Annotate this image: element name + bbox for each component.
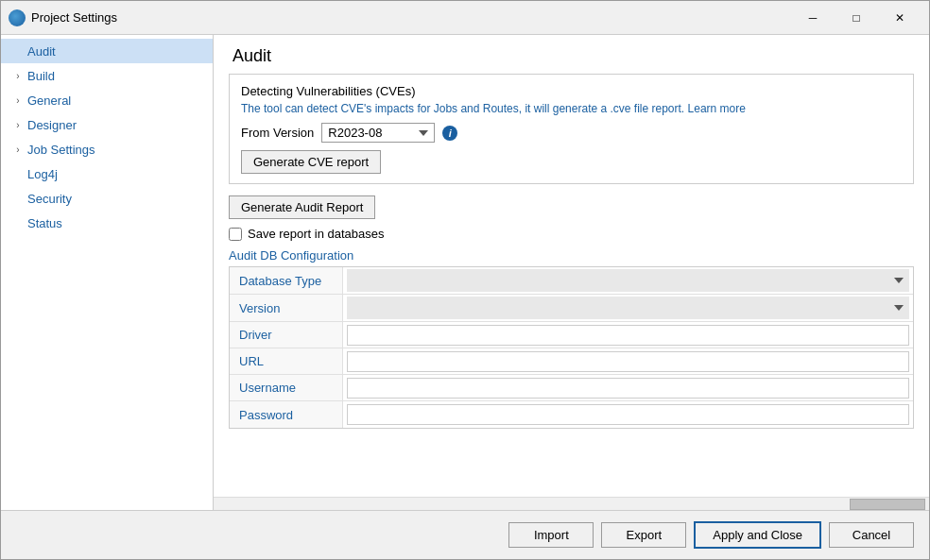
hscroll-thumb[interactable]	[850, 499, 925, 510]
title-bar: Project Settings ─ □ ✕	[1, 1, 929, 35]
save-report-row: Save report in databases	[229, 227, 914, 241]
db-row-version: Version	[230, 295, 913, 322]
learn-more-link[interactable]: Learn more	[688, 102, 746, 115]
sidebar-item-status[interactable]: Status	[1, 211, 213, 235]
chevron-right-icon: ›	[12, 70, 24, 81]
maximize-button[interactable]: □	[835, 4, 878, 32]
sidebar-label-job-settings: Job Settings	[27, 143, 95, 157]
db-value-username	[343, 375, 913, 400]
panel-content: Detecting Vulnerabilities (CVEs) The too…	[214, 74, 929, 497]
sidebar-label-general: General	[27, 93, 71, 108]
sidebar-item-security[interactable]: Security	[1, 186, 213, 211]
sidebar-item-log4j[interactable]: Log4j	[1, 161, 213, 186]
sidebar-label-audit: Audit	[27, 44, 56, 59]
cve-title: Detecting Vulnerabilities (CVEs)	[241, 84, 902, 98]
sidebar-label-designer: Designer	[27, 118, 77, 132]
db-label-url: URL	[230, 348, 343, 374]
spacer	[12, 217, 24, 229]
cve-section: Detecting Vulnerabilities (CVEs) The too…	[229, 74, 914, 184]
db-value-driver	[343, 322, 913, 348]
horizontal-scrollbar[interactable]	[214, 497, 929, 510]
app-icon	[9, 9, 26, 26]
chevron-right-icon: ›	[12, 94, 24, 106]
project-settings-window: Project Settings ─ □ ✕ Audit › Build › G…	[0, 0, 930, 560]
panel-title: Audit	[214, 35, 929, 74]
db-version-select[interactable]	[347, 297, 909, 319]
import-button[interactable]: Import	[508, 522, 594, 548]
spacer	[12, 193, 24, 204]
sidebar-label-status: Status	[27, 216, 62, 230]
apply-close-button[interactable]: Apply and Close	[694, 521, 821, 549]
window-controls: ─ □ ✕	[791, 4, 921, 32]
export-button[interactable]: Export	[601, 522, 686, 548]
from-version-row: From Version R2023-08 R2023-06 R2023-04 …	[241, 123, 902, 143]
db-config-table: Database Type Version	[229, 266, 914, 429]
cancel-button[interactable]: Cancel	[829, 522, 914, 548]
sidebar-label-security: Security	[27, 192, 72, 206]
close-button[interactable]: ✕	[878, 4, 921, 32]
sidebar-label-log4j: Log4j	[27, 167, 58, 181]
spacer	[12, 45, 24, 57]
driver-input[interactable]	[347, 325, 909, 346]
from-version-label: From Version	[241, 126, 314, 140]
chevron-right-icon: ›	[12, 119, 24, 130]
db-value-version	[343, 295, 913, 321]
sidebar-item-build[interactable]: › Build	[1, 63, 213, 88]
sidebar-item-designer[interactable]: › Designer	[1, 112, 213, 137]
cve-desc-text: The tool can detect CVE's impacts for Jo…	[241, 102, 688, 115]
chevron-right-icon: ›	[12, 144, 24, 155]
db-config-title: Audit DB Configuration	[229, 248, 914, 263]
db-row-driver: Driver	[230, 322, 913, 348]
db-value-database-type	[343, 267, 913, 294]
db-row-password: Password	[230, 401, 913, 428]
db-row-database-type: Database Type	[230, 267, 913, 295]
db-label-username: Username	[230, 375, 343, 400]
content-area: Audit › Build › General › Designer › Job…	[1, 35, 929, 510]
db-row-username: Username	[230, 375, 913, 401]
db-value-password	[343, 401, 913, 428]
main-panel: Audit Detecting Vulnerabilities (CVEs) T…	[214, 35, 929, 510]
bottom-bar: Import Export Apply and Close Cancel	[1, 510, 929, 559]
password-input[interactable]	[347, 404, 909, 425]
username-input[interactable]	[347, 378, 909, 399]
db-label-driver: Driver	[230, 322, 343, 348]
db-row-url: URL	[230, 348, 913, 375]
db-value-url	[343, 348, 913, 374]
url-input[interactable]	[347, 351, 909, 372]
sidebar: Audit › Build › General › Designer › Job…	[1, 35, 214, 510]
db-label-database-type: Database Type	[230, 267, 343, 294]
save-report-checkbox[interactable]	[229, 228, 242, 241]
cve-description: The tool can detect CVE's impacts for Jo…	[241, 102, 902, 115]
sidebar-item-job-settings[interactable]: › Job Settings	[1, 137, 213, 161]
spacer	[12, 168, 24, 179]
generate-audit-button[interactable]: Generate Audit Report	[229, 195, 375, 219]
window-title: Project Settings	[31, 10, 791, 25]
generate-cve-button[interactable]: Generate CVE report	[241, 150, 381, 174]
database-type-select[interactable]	[347, 269, 909, 292]
sidebar-item-audit[interactable]: Audit	[1, 39, 213, 63]
version-select[interactable]: R2023-08 R2023-06 R2023-04 R2023-02 R202…	[321, 123, 435, 143]
db-label-version: Version	[230, 295, 343, 321]
audit-section: Generate Audit Report Save report in dat…	[229, 195, 914, 429]
minimize-button[interactable]: ─	[791, 4, 835, 32]
sidebar-label-build: Build	[27, 69, 55, 83]
info-icon[interactable]: i	[442, 126, 457, 141]
db-label-password: Password	[230, 401, 343, 428]
save-report-label: Save report in databases	[248, 227, 385, 241]
sidebar-item-general[interactable]: › General	[1, 88, 213, 112]
